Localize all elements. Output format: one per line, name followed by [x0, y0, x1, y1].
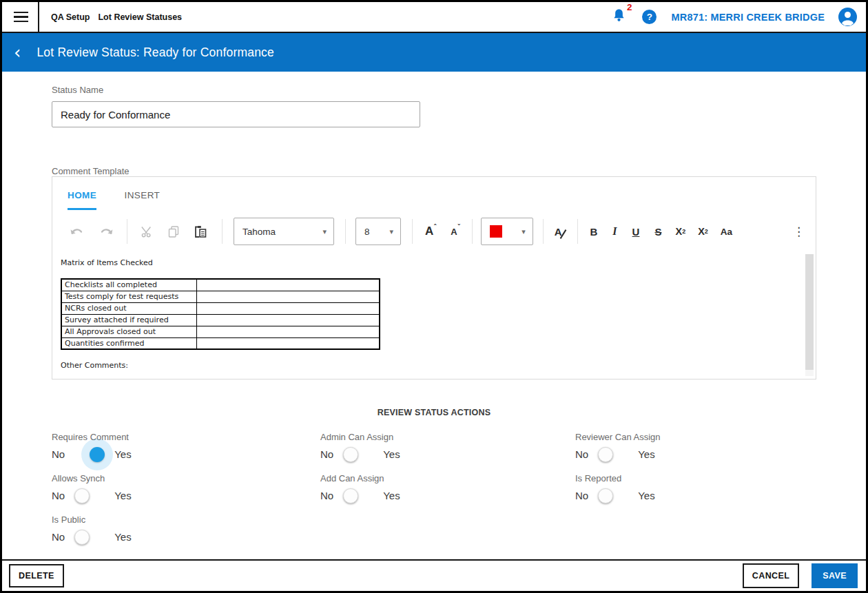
- status-name-input[interactable]: [52, 101, 420, 127]
- more-options-icon[interactable]: ⋮: [793, 225, 805, 238]
- font-family-dropdown[interactable]: Tahoma ▾: [234, 218, 334, 245]
- toggle-knob: [90, 447, 105, 462]
- toggle-no-label: No: [575, 448, 588, 460]
- toggle-row: No Yes: [320, 490, 575, 501]
- bold-button[interactable]: B: [590, 226, 598, 238]
- hamburger-menu-icon[interactable]: [14, 9, 28, 25]
- project-name[interactable]: MR871: MERRI CREEK BRIDGE: [671, 12, 825, 23]
- table-cell-label: Quantities confirmed: [61, 337, 197, 349]
- redo-icon[interactable]: [101, 227, 113, 236]
- app-window: QA Setup Lot Review Statuses 2 ? MR871: …: [0, 0, 868, 593]
- chevron-down-icon: ▾: [521, 227, 526, 236]
- allows-synch-toggle[interactable]: [76, 491, 103, 501]
- tab-insert[interactable]: INSERT: [125, 190, 161, 208]
- delete-button[interactable]: DELETE: [9, 564, 64, 587]
- cut-icon[interactable]: [141, 226, 153, 238]
- copy-icon[interactable]: [168, 226, 179, 238]
- superscript-base: X: [698, 226, 705, 237]
- table-cell-label: Survey attached if required: [61, 314, 197, 326]
- editor-heading: Matrix of Items Checked: [61, 258, 805, 267]
- topbar-divider: [38, 2, 39, 32]
- table-cell-label: Checklists all completed: [61, 279, 197, 291]
- clear-format-letter: A: [555, 226, 562, 238]
- add-can-assign-toggle[interactable]: [344, 491, 372, 501]
- review-status-actions-heading: REVIEW STATUS ACTIONS: [2, 408, 866, 417]
- toggle-column-3: Reviewer Can Assign No Yes Is Reported N…: [575, 432, 866, 556]
- breadcrumb-page[interactable]: Lot Review Statuses: [98, 12, 182, 22]
- footer-action-bar: DELETE CANCEL SAVE: [2, 559, 866, 591]
- italic-button[interactable]: I: [612, 225, 617, 238]
- font-family-value: Tahoma: [242, 227, 276, 237]
- toolbar-divider: [345, 219, 346, 244]
- strikethrough-button[interactable]: S: [654, 226, 661, 238]
- shrink-caret: ˇ: [457, 224, 461, 231]
- paste-icon[interactable]: [194, 225, 207, 238]
- undo-icon[interactable]: [70, 227, 83, 236]
- editor-scrollbar[interactable]: [805, 254, 814, 376]
- is-reported-toggle[interactable]: [599, 491, 627, 501]
- text-color-picker[interactable]: ▾: [481, 218, 533, 245]
- hamburger-bar: [14, 12, 28, 14]
- font-size-dropdown[interactable]: 8 ▾: [355, 218, 401, 245]
- toggle-knob: [343, 488, 358, 503]
- tab-home[interactable]: HOME: [68, 190, 96, 210]
- save-button[interactable]: SAVE: [812, 563, 858, 588]
- toolbar-divider: [127, 219, 127, 244]
- cancel-button[interactable]: CANCEL: [743, 563, 799, 588]
- admin-can-assign-toggle[interactable]: [344, 450, 372, 459]
- user-avatar-icon[interactable]: [838, 8, 857, 26]
- underline-button[interactable]: U: [632, 226, 640, 238]
- hamburger-bar: [14, 21, 28, 23]
- shrink-font-icon[interactable]: Aˇ: [451, 227, 460, 237]
- toggle-column-2: Admin Can Assign No Yes Add Can Assign N…: [320, 432, 575, 556]
- toolbar-divider: [472, 219, 473, 244]
- editor-content-area[interactable]: Matrix of Items Checked Checklists all c…: [52, 254, 805, 378]
- footer-right-buttons: CANCEL SAVE: [743, 563, 858, 588]
- help-icon[interactable]: ?: [642, 10, 657, 24]
- toggle-no-label: No: [52, 531, 65, 543]
- chevron-down-icon: ▾: [389, 227, 393, 236]
- toggle-no-label: No: [320, 490, 333, 501]
- toggle-label: Is Reported: [575, 473, 866, 483]
- table-cell-label: NCRs closed out: [61, 302, 197, 314]
- table-row: Checklists all completed: [61, 279, 380, 291]
- grow-font-letter: A: [425, 225, 433, 238]
- change-case-button[interactable]: Aa: [721, 227, 732, 237]
- is-public-toggle[interactable]: [76, 532, 103, 542]
- toggle-admin-can-assign: Admin Can Assign No Yes: [320, 432, 575, 464]
- page-title: Lot Review Status: Ready for Conformance: [37, 45, 274, 60]
- main-content: Status Name Comment Template HOME INSERT: [2, 72, 866, 559]
- grow-font-icon[interactable]: Aˆ: [425, 225, 437, 238]
- subscript-button[interactable]: X2: [675, 226, 685, 237]
- toolbar-divider: [577, 219, 578, 244]
- breadcrumb-section[interactable]: QA Setup: [51, 12, 90, 22]
- toggle-label: Requires Comment: [52, 432, 320, 442]
- back-button[interactable]: ‹: [14, 45, 21, 59]
- table-cell-empty: [197, 314, 380, 326]
- table-cell-empty: [197, 302, 380, 314]
- requires-comment-toggle[interactable]: [76, 450, 103, 459]
- table-cell-empty: [197, 326, 380, 337]
- toggle-reviewer-can-assign: Reviewer Can Assign No Yes: [575, 432, 866, 464]
- clear-formatting-icon[interactable]: A: [555, 226, 566, 238]
- toggle-yes-label: Yes: [383, 490, 400, 501]
- grow-caret: ˆ: [433, 224, 437, 231]
- notification-count-badge: 2: [627, 2, 632, 12]
- toggle-row: No Yes: [575, 448, 866, 460]
- toggle-row: No Yes: [52, 490, 320, 501]
- toggle-knob: [74, 488, 90, 503]
- toggle-knob: [343, 447, 358, 462]
- table-row: Tests comply for test requests: [61, 291, 380, 302]
- editor-toolbar: Tahoma ▾ 8 ▾ Aˆ Aˇ ▾: [52, 210, 816, 253]
- toggle-no-label: No: [52, 448, 65, 460]
- scrollbar-thumb[interactable]: [805, 254, 814, 370]
- notifications-button[interactable]: 2: [612, 8, 626, 25]
- reviewer-can-assign-toggle[interactable]: [599, 450, 627, 459]
- table-row: Survey attached if required: [61, 314, 380, 326]
- comment-template-label: Comment Template: [52, 166, 866, 176]
- toggle-is-reported: Is Reported No Yes: [575, 473, 866, 505]
- toggle-yes-label: Yes: [114, 490, 131, 501]
- toggle-is-public: Is Public No Yes: [52, 514, 320, 546]
- toolbar-divider: [222, 219, 223, 244]
- superscript-button[interactable]: X2: [698, 226, 708, 237]
